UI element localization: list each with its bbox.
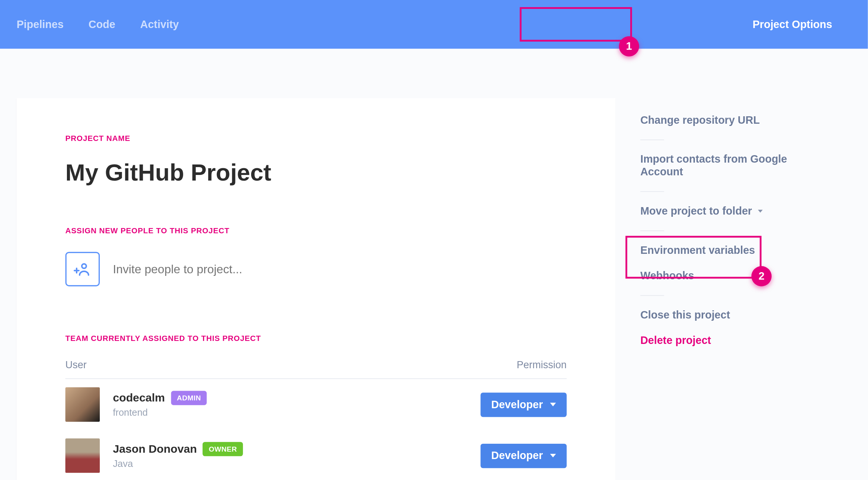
sidebar-item-import-contacts[interactable]: Import contacts from Google Account xyxy=(640,140,818,191)
sidebar-item-move-project[interactable]: Move project to folder xyxy=(640,192,818,230)
sidebar-item-close-project[interactable]: Close this project xyxy=(640,296,818,334)
team-table-header: User Permission xyxy=(65,359,567,379)
role-badge-owner: OWNER xyxy=(203,442,243,456)
sidebar-item-webhooks[interactable]: Webhooks xyxy=(640,270,818,295)
settings-sidebar: Change repository URL Import contacts fr… xyxy=(615,49,841,480)
avatar xyxy=(65,387,100,422)
label-assign-people: ASSIGN NEW PEOPLE TO THIS PROJECT xyxy=(65,226,567,235)
user-name: Jason Donovan xyxy=(113,443,197,456)
label-team-assigned: TEAM CURRENTLY ASSIGNED TO THIS PROJECT xyxy=(65,334,567,343)
permission-dropdown[interactable]: Developer xyxy=(480,443,566,468)
nav-activity[interactable]: Activity xyxy=(140,18,179,30)
permission-dropdown[interactable]: Developer xyxy=(480,393,566,417)
annotation-callout-2: 2 xyxy=(751,266,772,286)
col-permission: Permission xyxy=(517,359,567,371)
svg-point-0 xyxy=(82,264,86,268)
project-options-card: PROJECT NAME My GitHub Project ASSIGN NE… xyxy=(16,98,615,480)
project-title: My GitHub Project xyxy=(65,159,567,186)
user-name: codecalm xyxy=(113,391,165,404)
add-person-icon xyxy=(74,260,92,278)
chevron-down-icon xyxy=(758,210,763,213)
nav-project-options[interactable]: Project Options xyxy=(733,10,851,39)
top-nav: Pipelines Code Activity Project Options xyxy=(0,0,868,49)
nav-pipelines[interactable]: Pipelines xyxy=(16,18,64,30)
chevron-down-icon xyxy=(550,454,556,458)
nav-code[interactable]: Code xyxy=(89,18,116,30)
sidebar-item-delete-project[interactable]: Delete project xyxy=(640,335,818,360)
team-row: Jason Donovan OWNER Java Developer xyxy=(65,430,567,480)
sidebar-item-env-variables[interactable]: Environment variables xyxy=(640,231,818,270)
permission-label: Developer xyxy=(491,449,543,462)
sidebar-item-change-repo[interactable]: Change repository URL xyxy=(640,101,818,139)
label-project-name: PROJECT NAME xyxy=(65,134,567,143)
invite-people-input[interactable] xyxy=(113,262,410,276)
add-person-button[interactable] xyxy=(65,252,100,286)
team-row: codecalm ADMIN frontend Developer xyxy=(65,379,567,430)
permission-label: Developer xyxy=(491,398,543,410)
annotation-callout-1: 1 xyxy=(619,36,639,56)
chevron-down-icon xyxy=(550,403,556,406)
role-badge-admin: ADMIN xyxy=(171,391,207,405)
sidebar-item-label: Move project to folder xyxy=(640,205,752,217)
user-subtitle: frontend xyxy=(113,407,481,418)
user-subtitle: Java xyxy=(113,459,481,470)
col-user: User xyxy=(65,359,87,371)
avatar xyxy=(65,439,100,473)
